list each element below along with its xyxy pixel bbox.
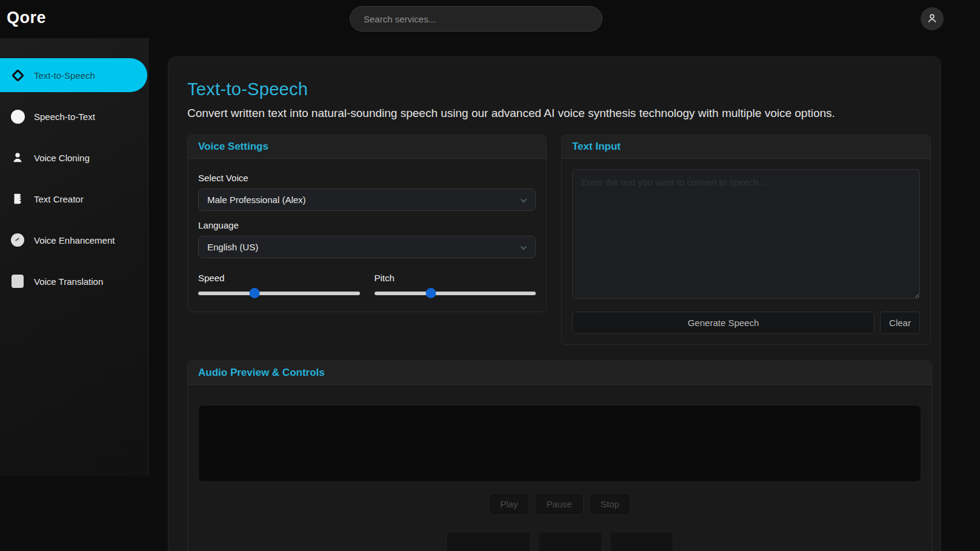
user-icon	[926, 12, 938, 26]
sidebar-item-speech-to-text[interactable]: Speech-to-Text	[0, 99, 148, 133]
sidebar-item-label: Text-to-Speech	[34, 70, 95, 81]
audio-preview-panel: Audio Preview & Controls Play Pause Stop	[187, 361, 932, 551]
voice-select-value: Male Professional (Alex)	[207, 195, 306, 205]
sidebar-item-voice-cloning[interactable]: Voice Cloning	[0, 141, 148, 175]
pitch-slider-thumb[interactable]	[425, 288, 436, 298]
pause-button[interactable]: Pause	[535, 493, 584, 515]
person-icon	[10, 150, 25, 165]
rounded-square-icon	[10, 273, 25, 289]
user-avatar-button[interactable]	[921, 7, 944, 30]
page-subtitle: Convert written text into natural-soundi…	[187, 107, 931, 120]
document-icon	[10, 191, 25, 207]
circle-icon	[10, 109, 25, 124]
sidebar-item-text-to-speech[interactable]: Text-to-Speech	[0, 58, 147, 92]
sidebar-item-label: Voice Translation	[34, 276, 103, 287]
sidebar: Text-to-Speech Speech-to-Text Voice Clon…	[0, 38, 148, 476]
diamond-icon	[10, 67, 25, 83]
stop-button[interactable]: Stop	[589, 493, 631, 515]
language-select[interactable]: English (US)	[198, 236, 536, 258]
pitch-label: Pitch	[375, 273, 536, 283]
play-button[interactable]: Play	[488, 493, 529, 515]
text-input-textarea[interactable]	[572, 169, 920, 299]
sidebar-item-label: Voice Cloning	[34, 153, 90, 163]
search-container	[350, 6, 602, 32]
top-bar: Qore	[0, 0, 980, 38]
dial-circle-icon	[10, 232, 25, 248]
speed-slider[interactable]	[198, 292, 360, 295]
clear-button[interactable]: Clear	[880, 312, 920, 334]
generate-speech-button[interactable]: Generate Speech	[572, 312, 875, 334]
text-input-panel: Text Input Generate Speech Clear	[561, 135, 931, 345]
speed-slider-thumb[interactable]	[250, 288, 260, 298]
text-input-header: Text Input	[562, 135, 930, 159]
sidebar-item-label: Text Creator	[34, 194, 84, 204]
sidebar-item-label: Voice Enhancement	[34, 235, 115, 245]
app-logo: Qore	[7, 8, 46, 27]
audio-action-button[interactable]	[538, 532, 602, 551]
sidebar-item-text-creator[interactable]: Text Creator	[0, 182, 148, 216]
audio-display-area	[198, 405, 921, 482]
main-content-card: Text-to-Speech Convert written text into…	[168, 56, 941, 551]
pitch-slider[interactable]	[375, 292, 536, 295]
select-voice-label: Select Voice	[198, 173, 536, 183]
chevron-down-icon	[519, 244, 528, 254]
search-input[interactable]	[350, 6, 602, 32]
sidebar-item-label: Speech-to-Text	[34, 112, 95, 122]
chevron-down-icon	[519, 196, 528, 207]
voice-settings-header: Voice Settings	[188, 135, 546, 159]
audio-preview-header: Audio Preview & Controls	[188, 361, 932, 385]
sidebar-item-voice-enhancement[interactable]: Voice Enhancement	[0, 223, 148, 257]
audio-action-button[interactable]	[446, 532, 531, 551]
voice-select[interactable]: Male Professional (Alex)	[198, 189, 536, 211]
language-label: Language	[198, 220, 536, 230]
language-select-value: English (US)	[207, 242, 258, 252]
audio-action-button[interactable]	[610, 532, 673, 551]
speed-label: Speed	[198, 273, 360, 283]
page-title: Text-to-Speech	[187, 79, 931, 99]
voice-settings-panel: Voice Settings Select Voice Male Profess…	[187, 135, 547, 312]
sidebar-item-voice-translation[interactable]: Voice Translation	[0, 264, 148, 298]
